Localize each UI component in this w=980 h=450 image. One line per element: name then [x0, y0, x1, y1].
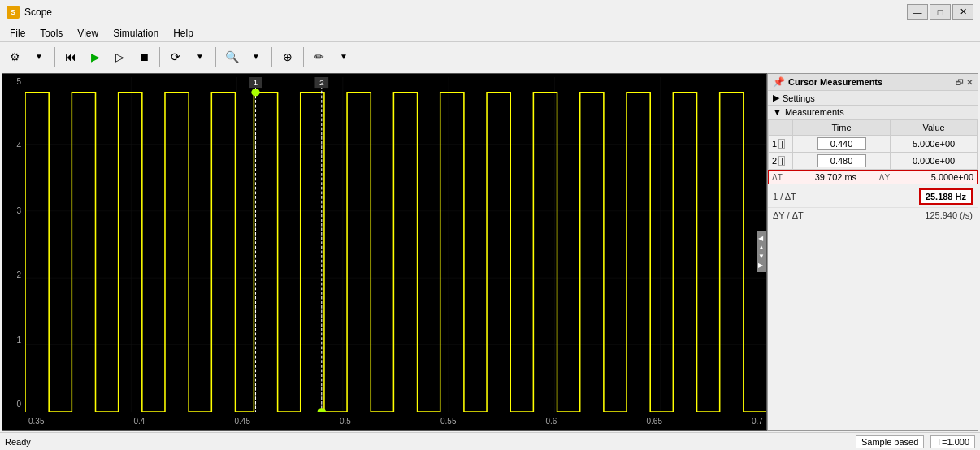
menu-view[interactable]: View — [71, 26, 105, 41]
close-button[interactable]: ✕ — [952, 4, 973, 20]
cursor1-row: 1 | 5.000e+00 — [769, 136, 978, 153]
col-header-empty — [769, 120, 793, 136]
main-content: 5 4 3 2 1 0 — [0, 71, 980, 432]
delta-freq-label: ΔY / ΔT — [773, 210, 925, 220]
menu-bar: File Tools View Simulation Help — [0, 24, 980, 42]
cursor-button[interactable]: ⊕ — [276, 45, 299, 68]
refresh-dropdown[interactable]: ▼ — [189, 45, 211, 68]
toolbar: ⚙ ▼ ⏮ ▶ ▷ ⏹ ⟳ ▼ 🔍 ▼ ⊕ ✏ ▼ — [0, 42, 980, 71]
settings-dropdown-arrow[interactable]: ▼ — [28, 45, 50, 68]
cursor1-time-cell[interactable] — [793, 136, 891, 153]
x-label-065: 0.65 — [647, 417, 662, 426]
panel-collapse-button[interactable]: ◀ ▲ ▼ ▶ — [757, 231, 766, 272]
frequency-section: 1 / ΔT 25.188 Hz ΔY / ΔT 125.940 (/s) — [768, 184, 978, 225]
x-label-035: 0.35 — [28, 417, 44, 426]
menu-help[interactable]: Help — [167, 26, 200, 41]
delta-t-value: 39.702 ms — [796, 172, 876, 182]
status-bar: Ready Sample based T=1.000 — [0, 432, 980, 450]
menu-tools[interactable]: Tools — [33, 26, 69, 41]
svg-point-11 — [251, 89, 259, 96]
y-label-2: 2 — [4, 270, 24, 279]
maximize-button[interactable]: □ — [930, 4, 951, 20]
y-label-3: 3 — [4, 206, 24, 215]
x-label-045: 0.45 — [235, 417, 250, 426]
freq-row-2: ΔY / ΔT 125.940 (/s) — [768, 208, 978, 223]
settings-section-header[interactable]: ▶ Settings — [768, 91, 978, 106]
x-label-040: 0.4 — [134, 417, 145, 426]
x-label-070: 0.7 — [752, 417, 763, 426]
minimize-button[interactable]: — — [907, 4, 928, 20]
toolbar-separator-1 — [54, 47, 55, 67]
settings-tool-button[interactable]: ⚙ — [3, 45, 26, 68]
menu-file[interactable]: File — [3, 26, 32, 41]
stop-button[interactable]: ⏹ — [132, 45, 155, 68]
status-time: T=1.000 — [930, 435, 975, 448]
toolbar-separator-3 — [215, 47, 216, 67]
delta-row: ΔT 39.702 ms ΔY 5.000e+00 — [768, 170, 978, 184]
run-button[interactable]: ▶ — [84, 45, 106, 68]
app-icon: S — [7, 6, 20, 19]
x-axis: 0.35 0.4 0.45 0.5 0.55 0.6 0.65 0.7 — [25, 412, 766, 430]
settings-label: Settings — [783, 93, 815, 103]
x-label-050: 0.5 — [340, 417, 351, 426]
toolbar-separator-2 — [159, 47, 160, 67]
rewind-button[interactable]: ⏮ — [59, 45, 82, 68]
cursor1-value-cell: 5.000e+00 — [891, 136, 978, 153]
waveform-svg: 1 2 — [25, 77, 766, 412]
toolbar-separator-4 — [271, 47, 272, 67]
measurements-section-header[interactable]: ▼ Measurements — [768, 106, 978, 119]
step-button[interactable]: ▷ — [108, 45, 131, 68]
delta-freq-value: 125.940 (/s) — [925, 210, 973, 220]
zoom-button[interactable]: 🔍 — [220, 45, 243, 68]
delta-t-label: ΔT — [772, 173, 792, 182]
cursor2-time-input[interactable] — [817, 154, 866, 167]
scope-plot-area[interactable]: 5 4 3 2 1 0 — [2, 73, 767, 431]
refresh-button[interactable]: ⟳ — [164, 45, 187, 68]
panel-title: Cursor Measurements — [788, 77, 882, 87]
svg-text:2: 2 — [319, 79, 324, 87]
status-ready: Ready — [5, 437, 31, 447]
y-axis: 5 4 3 2 1 0 — [2, 74, 25, 412]
freq-label: 1 / ΔT — [773, 192, 919, 201]
window-title: Scope — [24, 6, 52, 18]
title-bar: S Scope — □ ✕ — [0, 0, 980, 24]
panel-pin-icon: 📌 — [773, 76, 785, 88]
edit-button[interactable]: ✏ — [308, 45, 331, 68]
cursor1-time-input[interactable] — [817, 137, 866, 150]
x-label-055: 0.55 — [440, 417, 456, 426]
freq-value: 25.188 Hz — [919, 188, 973, 205]
plot-canvas: 1 2 — [25, 77, 766, 412]
delta-y-label: ΔY — [879, 173, 890, 182]
cursor2-marker: | — [778, 156, 785, 166]
y-label-4: 4 — [4, 141, 24, 150]
col-header-time: Time — [793, 120, 891, 136]
cursor2-value-cell: 0.000e+00 — [891, 153, 978, 170]
col-header-value: Value — [891, 120, 978, 136]
cursor2-time-cell[interactable] — [793, 153, 891, 170]
measurements-expand-icon: ▼ — [773, 107, 782, 117]
panel-expand-icon[interactable]: 🗗 — [956, 78, 964, 87]
freq-row-1: 1 / ΔT 25.188 Hz — [768, 186, 978, 208]
y-label-5: 5 — [4, 77, 24, 86]
panel-close-icon[interactable]: ✕ — [966, 78, 973, 87]
cursor2-num: 2 | — [769, 153, 793, 170]
cursor2-row: 2 | 0.000e+00 — [769, 153, 978, 170]
y-label-1: 1 — [4, 335, 24, 344]
delta-y-value: 5.000e+00 — [893, 172, 973, 182]
edit-dropdown[interactable]: ▼ — [332, 45, 355, 68]
measurements-table: Time Value 1 | 5.000e+00 — [768, 119, 978, 170]
zoom-dropdown[interactable]: ▼ — [245, 45, 267, 68]
y-label-0: 0 — [4, 400, 24, 409]
cursor1-marker: | — [778, 139, 785, 149]
toolbar-separator-5 — [303, 47, 304, 67]
settings-expand-icon: ▶ — [773, 93, 779, 103]
svg-text:1: 1 — [254, 79, 258, 87]
x-label-060: 0.6 — [546, 417, 557, 426]
status-sample-based: Sample based — [856, 435, 924, 448]
menu-simulation[interactable]: Simulation — [106, 26, 165, 41]
cursor-measurements-panel: 📌 Cursor Measurements 🗗 ✕ ▶ Settings ▼ M… — [767, 73, 978, 431]
measurements-label: Measurements — [785, 107, 844, 117]
panel-title-bar: 📌 Cursor Measurements 🗗 ✕ — [768, 74, 978, 91]
cursor1-num: 1 | — [769, 136, 793, 153]
